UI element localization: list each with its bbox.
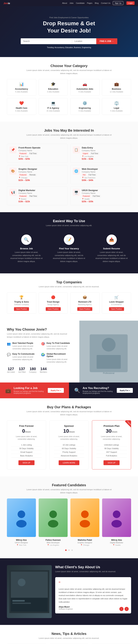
candidate-card[interactable]: Malisha Patel Graphic Designer 📍 Chicago <box>70 498 99 546</box>
job-salary: $25k – $35k <box>82 200 128 203</box>
plan-feature: Priority Support <box>54 450 84 454</box>
plan-period: /mon <box>25 430 31 433</box>
dot-inactive[interactable] <box>68 550 70 551</box>
job-tag-fulltime: Full Time <box>88 174 97 176</box>
category-engineering[interactable]: ⚙️ Engineering 9 Jobs Available <box>70 98 100 115</box>
plan-name: Premium Plan <box>96 424 127 427</box>
plan-signup-button[interactable]: SIGN UP <box>19 460 35 465</box>
search-bar: FIND A JOB → <box>21 38 117 44</box>
why-feat-desc: Lorem ipsum dolor sit amet consectetur a… <box>47 358 73 363</box>
dot-active[interactable] <box>65 550 66 551</box>
job-tags: Hot Full Time <box>82 174 128 176</box>
stat-joblisted: 127 Job Listed <box>7 367 15 373</box>
cta-right-button[interactable]: Apply For » <box>117 388 133 393</box>
global-icon: 🌍 <box>41 353 45 363</box>
company-type: Marketing Agency <box>73 304 97 306</box>
job-tag-featured: Featured <box>19 152 27 155</box>
find-job-button[interactable]: FIND A JOB → <box>96 38 117 44</box>
job-card[interactable]: 📋 Data Entry Company Name Urgent Full Ti… <box>70 144 131 163</box>
nav-pages[interactable]: Pages <box>87 2 92 4</box>
candidate-name: Malisha Patel <box>70 539 99 541</box>
category-education[interactable]: 🎓 Education 3 Jobs Available <box>39 79 68 96</box>
cta-right-title: Are You Recruiting? <box>83 386 117 390</box>
steps-grid: 🔍 Browse Job Lorem ipsum dolor sit amet,… <box>7 231 131 266</box>
category-automotive[interactable]: 🚗 Automotive Jobs 8 Jobs Available <box>70 79 100 96</box>
job-card[interactable]: 📌 Front-Room Operate Company Name Featur… <box>7 144 68 163</box>
candidates-grid: Milroj Abx UI/UX Designer 📍 New York Fel… <box>7 498 131 546</box>
job-meta: 📍 San Francisco <box>82 177 128 179</box>
plan-free: Free Forever 0/mon Lorem ipsum dolor sit… <box>7 420 46 470</box>
job-tags: Featured Remote <box>19 174 65 176</box>
login-button[interactable]: Login <box>126 1 134 5</box>
company-card[interactable]: 🛒 Loom Shopper E-Commerce Open Position <box>102 292 131 314</box>
search-input[interactable] <box>21 38 72 44</box>
company-logo: 🔴 <box>41 295 66 299</box>
testi-next-button[interactable]: › <box>124 607 129 611</box>
job-card[interactable]: 🌐 Web Developer Company Name Hot Full Ti… <box>70 165 131 184</box>
nav-contact[interactable]: Contact Us <box>101 2 110 4</box>
job-logo-icon: 📋 <box>73 146 80 153</box>
carousel-dots <box>7 549 131 552</box>
open-position-button[interactable]: Open Position <box>77 307 92 311</box>
category-count: 6 Jobs Available <box>9 110 34 112</box>
job-tag-hot: Hot <box>82 174 87 176</box>
candidate-card[interactable]: Felice Kannen Web Developer 📍 Los Angele… <box>39 498 68 546</box>
job-card[interactable]: 🖥️ UI/UX Designer Company Name Featured … <box>70 186 131 205</box>
nav-jobs[interactable]: Jobs <box>70 2 74 4</box>
job-salary: $15k – $18k <box>82 158 128 160</box>
category-it[interactable]: 💻 IT & Agency 15 Jobs Available <box>39 98 68 115</box>
svg-text:Professional: Professional <box>103 372 114 374</box>
signup-button[interactable]: Sign Up <box>113 1 123 5</box>
why-feat-title: Easy To Find Candidate <box>47 342 73 344</box>
svg-rect-17 <box>13 600 25 602</box>
job-tags: Featured Full Time <box>19 152 65 155</box>
nav-about[interactable]: About <box>62 2 67 4</box>
job-tags: Urgent Full Time <box>82 152 128 155</box>
job-card[interactable]: 📢 Digital Marketer Company Name Featured… <box>7 186 68 205</box>
category-healthcare[interactable]: ❤️ Health Care 6 Jobs Available <box>7 98 36 115</box>
location-input[interactable] <box>72 38 96 44</box>
plans-subtitle: Lorem ipsum dolor sit amet, consectetur … <box>26 410 112 416</box>
svg-point-6 <box>16 520 27 528</box>
category-accountancy[interactable]: 📊 Accountancy 5 Jobs Available <box>7 79 36 96</box>
candidate-name: Felice Kannen <box>39 539 68 541</box>
plan-feature: Advanced Analytics <box>54 454 84 458</box>
nav-candidate[interactable]: Candidate <box>76 2 85 4</box>
dot-inactive[interactable] <box>72 550 73 551</box>
plan-feature: Full Analytics <box>96 454 127 458</box>
company-card[interactable]: 🏆 Trophy & Sons Software Company Open Po… <box>7 292 36 314</box>
job-logo-icon: 🖥️ <box>73 189 80 196</box>
open-position-button[interactable]: Open Position <box>14 307 29 311</box>
category-business[interactable]: 💼 Business 12 Jobs Available <box>102 79 131 96</box>
plan-learn-button[interactable]: LEARN MORE <box>59 460 80 465</box>
nav-blog[interactable]: Blog <box>95 2 99 4</box>
job-meta: 📍 Seattle <box>82 198 128 200</box>
plan-feature: Basic Analytics <box>11 454 42 458</box>
open-position-button[interactable]: Open Position <box>109 307 124 311</box>
cta-looking-for-job: 💼 Looking For a Job Browse our listings … <box>0 382 69 398</box>
company-card[interactable]: 🔴 Trout Design Design Agency Open Positi… <box>39 292 68 314</box>
why-subtitle: Lorem ipsum dolor sit amet, consectetur … <box>7 332 73 338</box>
cta-left-button[interactable]: Apply For » <box>48 388 64 393</box>
open-position-button[interactable]: Open Position <box>46 307 61 311</box>
svg-point-11 <box>113 510 120 518</box>
job-meta: 📍 Los Angeles <box>82 156 128 158</box>
candidate-card[interactable]: Milroj Abx Digital Marketer 📍 Seattle <box>102 498 131 546</box>
plan-sponsor: Sponsor 10/mon Lorem ipsum dolor sit ame… <box>49 420 89 470</box>
company-name: Trophy & Sons <box>9 301 34 303</box>
job-card[interactable]: 🎨 Graphic Designer Company Name Featured… <box>7 165 68 184</box>
job-salary: $20k – $25k <box>19 158 65 160</box>
plan-price: 10/mon <box>54 428 84 434</box>
candidate-card[interactable]: Milroj Abx UI/UX Designer 📍 New York <box>7 498 36 546</box>
why-left-panel: Why You Choose Jovie? Lorem ipsum dolor … <box>0 321 79 382</box>
candidates-section: Featured Candidates Lorem ipsum dolor si… <box>0 476 138 558</box>
plan-premium-button[interactable]: SIGN UP <box>103 460 119 465</box>
category-legal[interactable]: ⚖️ Legal 4 Jobs Available <box>102 98 131 115</box>
testi-prev-button[interactable]: ‹ <box>119 607 123 611</box>
category-name: Legal <box>104 107 129 109</box>
candidate-location: 📍 Seattle <box>102 544 131 546</box>
category-count: 3 Jobs Available <box>41 91 66 93</box>
job-tag-featured: Featured <box>19 174 27 176</box>
company-card[interactable]: 📦 Remixed LTD Marketing Agency Open Posi… <box>70 292 100 314</box>
stat-jobfilled: 137 Job Filled <box>18 367 26 373</box>
